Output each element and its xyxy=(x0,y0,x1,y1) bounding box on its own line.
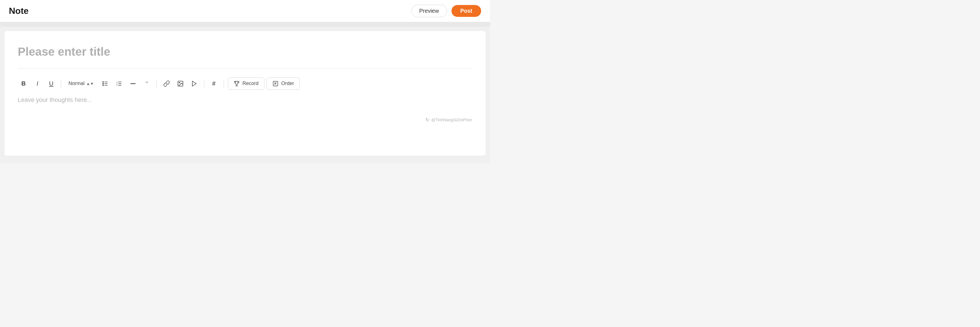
video-button[interactable] xyxy=(188,78,200,89)
link-button[interactable] xyxy=(161,78,172,89)
list-unordered-icon xyxy=(102,80,109,87)
blockquote-button[interactable]: " xyxy=(141,78,153,89)
svg-point-14 xyxy=(179,82,180,83)
order-icon xyxy=(272,81,278,87)
toolbar-sep-1 xyxy=(61,80,61,87)
image-icon xyxy=(177,80,184,87)
underline-button[interactable]: U xyxy=(45,78,57,89)
title-placeholder[interactable]: Please enter title xyxy=(18,44,472,60)
hashtag-button[interactable]: # xyxy=(208,78,220,89)
link-icon xyxy=(163,80,170,87)
header-actions: Preview Post xyxy=(411,5,481,17)
record-button[interactable]: Record xyxy=(228,78,264,90)
title-content-divider xyxy=(18,68,472,69)
page-wrapper: Note Preview Post Please enter title B I… xyxy=(0,0,490,164)
content-body[interactable]: Leave your thoughts here... xyxy=(18,92,472,108)
horizontal-rule-button[interactable] xyxy=(127,78,139,89)
quote-icon: " xyxy=(145,80,148,87)
toolbar: B I U Normal ▲▼ xyxy=(18,75,472,92)
hashtag-icon: # xyxy=(212,80,216,87)
order-label: Order xyxy=(281,81,294,86)
preview-button[interactable]: Preview xyxy=(411,5,447,17)
footer-brand: ↻ @TinhNangSiZinPhim xyxy=(425,117,472,123)
unordered-list-button[interactable] xyxy=(100,78,111,89)
svg-marker-15 xyxy=(192,81,196,86)
toolbar-sep-3 xyxy=(204,80,204,87)
svg-point-5 xyxy=(103,85,103,86)
page-title: Note xyxy=(9,6,29,16)
italic-button[interactable]: I xyxy=(32,78,43,89)
content-placeholder[interactable]: Leave your thoughts here... xyxy=(18,96,472,103)
horizontal-rule-icon xyxy=(130,80,136,87)
brand-text: @TinhNangSiZinPhim xyxy=(431,117,472,122)
separator-bar xyxy=(0,22,490,27)
post-button[interactable]: Post xyxy=(452,5,481,17)
image-button[interactable] xyxy=(175,78,186,89)
brand-icon: ↻ xyxy=(425,117,430,123)
paragraph-style-dropdown[interactable]: Normal ▲▼ xyxy=(65,79,97,88)
order-button[interactable]: Order xyxy=(267,78,300,90)
svg-point-4 xyxy=(103,83,103,84)
video-play-icon xyxy=(191,80,197,87)
toolbar-sep-4 xyxy=(224,80,224,87)
bold-button[interactable]: B xyxy=(18,78,29,89)
list-ordered-icon: 1 2 3 xyxy=(116,80,123,87)
svg-text:3: 3 xyxy=(116,84,118,86)
svg-point-3 xyxy=(103,81,103,82)
record-label: Record xyxy=(242,81,259,86)
title-area[interactable]: Please enter title xyxy=(18,44,472,60)
content-footer: ↻ @TinhNangSiZinPhim xyxy=(18,114,472,123)
header: Note Preview Post xyxy=(0,0,490,22)
trophy-icon xyxy=(234,81,240,87)
dropdown-arrows-icon: ▲▼ xyxy=(86,82,94,86)
content-area: Please enter title B I U Normal ▲▼ xyxy=(5,31,485,156)
paragraph-style-label: Normal xyxy=(68,81,84,86)
ordered-list-button[interactable]: 1 2 3 xyxy=(113,78,125,89)
